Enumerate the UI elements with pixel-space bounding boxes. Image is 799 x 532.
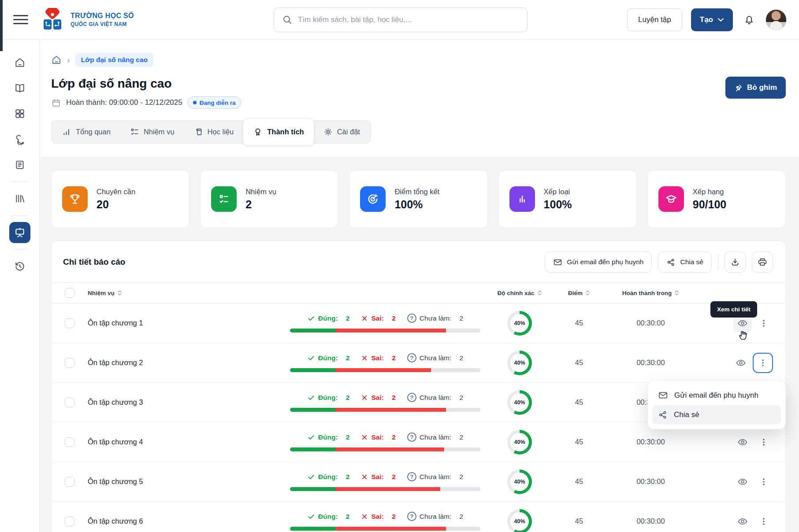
row-checkbox[interactable] bbox=[65, 318, 74, 328]
accuracy-donut: 40% bbox=[507, 509, 532, 532]
target-icon bbox=[360, 186, 386, 212]
stat-value: 20 bbox=[97, 198, 135, 211]
accuracy-donut: 40% bbox=[507, 311, 532, 336]
row-checkbox[interactable] bbox=[65, 437, 74, 447]
stat-label: Xếp hạng bbox=[693, 188, 726, 196]
sidebar-divider bbox=[10, 181, 30, 182]
x-icon bbox=[361, 355, 368, 362]
eye-icon bbox=[737, 318, 748, 329]
sidebar-item-history[interactable] bbox=[9, 256, 30, 277]
sidebar-item-news[interactable] bbox=[9, 154, 30, 175]
column-header-accuracy[interactable]: Độ chính xác bbox=[487, 290, 553, 296]
status-dot bbox=[193, 101, 197, 104]
stat-value: 90/100 bbox=[693, 198, 726, 211]
progress-bar bbox=[290, 487, 480, 491]
kebab-menu-button[interactable] bbox=[754, 473, 773, 491]
kebab-menu-button[interactable] bbox=[754, 314, 773, 332]
row-checkbox[interactable] bbox=[65, 517, 74, 526]
progress-bar bbox=[290, 527, 480, 531]
question-icon: ? bbox=[407, 393, 416, 402]
materials-icon bbox=[194, 127, 203, 137]
view-details-button[interactable] bbox=[733, 512, 752, 531]
sort-icon bbox=[585, 290, 590, 296]
sidebar-item-chat[interactable] bbox=[9, 129, 30, 150]
sidebar-item-classroom[interactable] bbox=[9, 222, 30, 243]
practice-button[interactable]: Luyện tập bbox=[627, 8, 682, 31]
duration-value: 00:30:00 bbox=[606, 358, 696, 367]
progress-bar bbox=[290, 447, 480, 451]
news-icon bbox=[14, 159, 26, 170]
breadcrumb-current[interactable]: Lớp đại số nâng cao bbox=[75, 53, 153, 67]
stat-label: Điểm tổng kết bbox=[394, 188, 439, 196]
trophy-icon bbox=[62, 186, 88, 212]
menu-icon[interactable] bbox=[13, 12, 28, 27]
select-all-checkbox[interactable] bbox=[65, 288, 74, 298]
tab-settings[interactable]: Cài đặt bbox=[314, 121, 370, 143]
graduation-icon bbox=[658, 186, 684, 212]
context-menu-item-share[interactable]: Chia sẻ bbox=[652, 405, 781, 425]
question-icon: ? bbox=[407, 353, 416, 362]
main-content: › Lớp đại số nâng cao Lớp đại số nâng ca… bbox=[40, 40, 799, 532]
kebab-menu-button[interactable] bbox=[754, 512, 773, 531]
row-checkbox[interactable] bbox=[65, 398, 74, 407]
task-name: Ôn tập chương 3 bbox=[88, 398, 284, 406]
breadcrumb-separator: › bbox=[67, 55, 70, 64]
kebab-icon bbox=[758, 358, 767, 368]
kebab-icon bbox=[759, 516, 768, 527]
share-icon bbox=[666, 258, 676, 267]
view-details-button[interactable] bbox=[733, 473, 752, 491]
kebab-menu-button-active[interactable] bbox=[753, 353, 773, 373]
create-button[interactable]: Tạo bbox=[691, 8, 733, 31]
column-header-task[interactable]: Nhiệm vụ bbox=[88, 290, 284, 296]
task-name: Ôn tập chương 4 bbox=[88, 438, 284, 446]
chevron-down-icon bbox=[717, 18, 724, 22]
history-icon bbox=[14, 261, 26, 272]
tab-tasks[interactable]: Nhiệm vụ bbox=[120, 121, 184, 143]
bell-icon[interactable] bbox=[742, 12, 757, 27]
progress-bar bbox=[290, 329, 480, 332]
email-parents-button[interactable]: Gửi email đến phụ huynh bbox=[545, 251, 652, 273]
global-search[interactable] bbox=[274, 7, 528, 32]
report-title: Chi tiết báo cáo bbox=[63, 257, 125, 267]
sidebar-item-home[interactable] bbox=[9, 52, 30, 73]
download-button[interactable] bbox=[725, 251, 746, 273]
context-menu-item-email[interactable]: Gửi email đến phụ huynh bbox=[652, 385, 781, 405]
cursor-hand-icon bbox=[737, 328, 750, 342]
view-details-button[interactable] bbox=[732, 354, 750, 372]
stat-value: 2 bbox=[245, 198, 276, 211]
accuracy-donut: 40% bbox=[507, 390, 532, 415]
print-button[interactable] bbox=[752, 251, 773, 273]
check-icon bbox=[307, 433, 315, 441]
x-icon bbox=[361, 315, 368, 322]
tab-materials[interactable]: Học liệu bbox=[184, 121, 244, 143]
row-checkbox[interactable] bbox=[65, 477, 74, 487]
search-input[interactable] bbox=[298, 15, 519, 24]
stat-label: Nhiệm vụ bbox=[245, 188, 276, 196]
brand-logo[interactable]: TRƯỜNG HỌC SỐ QUỐC GIA VIỆT NAM bbox=[40, 8, 134, 32]
row-checkbox[interactable] bbox=[65, 358, 74, 368]
column-header-duration[interactable]: Hoàn thành trong bbox=[606, 290, 696, 296]
x-icon bbox=[361, 513, 368, 520]
sidebar-item-books[interactable] bbox=[9, 78, 30, 99]
table-row: Ôn tập chương 6 Đúng: 2 Sai: 2 ?Chưa làm… bbox=[52, 502, 785, 532]
share-button[interactable]: Chia sẻ bbox=[658, 251, 712, 273]
mail-icon bbox=[553, 258, 562, 267]
tab-overview[interactable]: Tổng quan bbox=[52, 121, 120, 143]
unpin-button[interactable]: Bỏ ghim bbox=[725, 77, 786, 99]
stat-label: Chuyên cần bbox=[97, 188, 135, 196]
tasks-icon bbox=[211, 186, 237, 212]
sidebar-item-apps[interactable] bbox=[9, 103, 30, 124]
stat-cards: Chuyên cần 20 Nhiệm vụ 2 Đ bbox=[51, 170, 786, 228]
tab-achievements[interactable]: Thành tích bbox=[243, 118, 314, 146]
view-details-button[interactable] bbox=[733, 433, 752, 451]
sidebar-item-library[interactable] bbox=[9, 188, 30, 209]
share-icon bbox=[658, 410, 668, 420]
check-icon bbox=[307, 314, 315, 322]
breadcrumb-home-icon[interactable] bbox=[51, 55, 62, 65]
avatar[interactable] bbox=[766, 9, 787, 30]
library-icon bbox=[14, 193, 26, 204]
column-header-score[interactable]: Điểm bbox=[553, 290, 606, 296]
stat-card-attendance: Chuyên cần 20 bbox=[51, 170, 190, 228]
school-logo-icon bbox=[40, 8, 65, 32]
kebab-menu-button[interactable] bbox=[754, 433, 773, 451]
